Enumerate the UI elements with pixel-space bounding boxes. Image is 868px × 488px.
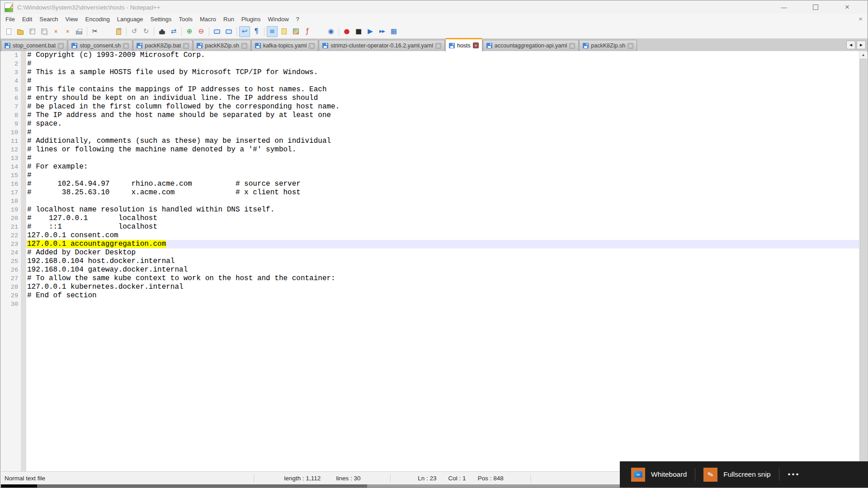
code-line[interactable]: #: [26, 128, 859, 137]
tab-accountaggregation-api.yaml[interactable]: accountaggregation-api.yaml×: [483, 40, 579, 51]
tab-kafka-topics.yaml[interactable]: kafka-topics.yaml×: [251, 40, 319, 51]
code-line[interactable]: 127.0.0.1 accountaggregation.com: [26, 240, 859, 249]
show-indent-guide-button[interactable]: ≡: [267, 26, 278, 37]
code-line[interactable]: 127.0.0.1 consent.com: [26, 231, 859, 240]
tab-close-icon[interactable]: ×: [123, 43, 129, 49]
menu-item-edit[interactable]: Edit: [19, 15, 36, 23]
code-line[interactable]: #: [26, 171, 859, 180]
tab-stop_consent.bat[interactable]: stop_consent.bat×: [1, 40, 67, 51]
macro-playback-button[interactable]: ▶: [365, 26, 376, 37]
editor-row[interactable]: 3# This is a sample HOSTS file used by M…: [1, 68, 859, 77]
scrollbar-thumb[interactable]: [860, 59, 867, 464]
editor-row[interactable]: 30: [1, 300, 859, 309]
code-line[interactable]: # ::1 localhost: [26, 223, 859, 231]
editor-row[interactable]: 16# 102.54.94.97 rhino.acme.com # source…: [1, 180, 859, 188]
editor-row[interactable]: 13#: [1, 154, 859, 163]
editor-row[interactable]: 17# 38.25.63.10 x.acme.com # x client ho…: [1, 188, 859, 197]
tab-close-icon[interactable]: ×: [309, 43, 315, 49]
code-line[interactable]: [26, 197, 859, 206]
restore-button[interactable]: [805, 0, 826, 14]
tab-close-icon[interactable]: ×: [241, 43, 247, 49]
code-line[interactable]: # This is a sample HOSTS file used by Mi…: [26, 68, 859, 77]
code-line[interactable]: # 127.0.0.1 localhost: [26, 214, 859, 223]
code-line[interactable]: # space.: [26, 120, 859, 128]
editor-row[interactable]: 15#: [1, 171, 859, 180]
more-options-icon[interactable]: •••: [788, 470, 800, 479]
save-file-button[interactable]: [27, 26, 38, 37]
paste-button[interactable]: [113, 26, 124, 37]
code-line[interactable]: # be placed in the first column followed…: [26, 103, 859, 111]
editor-row[interactable]: 19# localhost name resolution is handled…: [1, 206, 859, 214]
tab-stop_consent.sh[interactable]: stop_consent.sh×: [68, 40, 132, 51]
tab-close-icon[interactable]: ×: [435, 43, 441, 49]
code-line[interactable]: #: [26, 60, 859, 68]
document-map-button[interactable]: [290, 26, 301, 37]
tab-packK8Zip.bat[interactable]: packK8Zip.bat×: [133, 40, 193, 51]
menu-item-[interactable]: ?: [292, 15, 303, 23]
editor-row[interactable]: 25192.168.0.104 host.docker.internal: [1, 257, 859, 266]
menu-item-settings[interactable]: Settings: [147, 15, 175, 23]
code-line[interactable]: # Added by Docker Desktop: [26, 249, 859, 257]
tab-packK8Zip.sh[interactable]: packK8Zip.sh×: [193, 40, 251, 51]
editor-row[interactable]: 9# space.: [1, 120, 859, 128]
open-file-button[interactable]: [15, 26, 26, 37]
code-line[interactable]: # This file contains the mappings of IP …: [26, 85, 859, 94]
code-line[interactable]: # The IP address and the host name shoul…: [26, 111, 859, 120]
redo-button[interactable]: ↻: [141, 26, 151, 37]
menu-item-plugins[interactable]: Plugins: [238, 15, 264, 23]
tab-close-icon[interactable]: ×: [58, 43, 64, 49]
code-line[interactable]: 192.168.0.104 gateway.docker.internal: [26, 266, 859, 274]
menu-item-window[interactable]: Window: [264, 15, 292, 23]
document-monitoring-button[interactable]: ◉: [326, 26, 336, 37]
code-line[interactable]: #: [26, 154, 859, 163]
tab-scroll-right-button[interactable]: ▶: [857, 41, 866, 49]
code-line[interactable]: # entry should be kept on an individual …: [26, 94, 859, 103]
code-line[interactable]: # End of section: [26, 291, 859, 300]
function-list-button[interactable]: ƒ: [302, 26, 313, 37]
code-line[interactable]: 127.0.0.1 kubernetes.docker.internal: [26, 283, 859, 291]
editor-row[interactable]: 23127.0.0.1 accountaggregation.com: [1, 240, 859, 249]
tab-close-icon[interactable]: ×: [627, 43, 633, 49]
word-wrap-button[interactable]: ↩: [239, 26, 250, 37]
show-all-characters-button[interactable]: ¶: [251, 26, 262, 37]
editor-row[interactable]: 7# be placed in the first column followe…: [1, 103, 859, 111]
menu-item-tools[interactable]: Tools: [175, 15, 196, 23]
code-line[interactable]: #: [26, 77, 859, 85]
copy-button[interactable]: [101, 26, 112, 37]
print-button[interactable]: [74, 26, 85, 37]
editor-row[interactable]: 24# Added by Docker Desktop: [1, 249, 859, 257]
macro-run-multiple-button[interactable]: ▶▶: [377, 26, 387, 37]
editor-row[interactable]: 5# This file contains the mappings of IP…: [1, 85, 859, 94]
replace-button[interactable]: ⇄: [168, 26, 179, 37]
cut-button[interactable]: ✂: [90, 26, 100, 37]
editor-row[interactable]: 20# 127.0.0.1 localhost: [1, 214, 859, 223]
close-document-button[interactable]: ×: [859, 15, 863, 23]
code-line[interactable]: [26, 300, 859, 309]
zoom-out-button[interactable]: ⊖: [196, 26, 207, 37]
tab-strimzi-cluster-operator-0.16.2.yaml.yaml[interactable]: strimzi-cluster-operator-0.16.2.yaml.yam…: [319, 40, 444, 51]
editor-row[interactable]: 14# For example:: [1, 163, 859, 171]
editor-row[interactable]: 6# entry should be kept on an individual…: [1, 94, 859, 103]
new-file-button[interactable]: [3, 26, 14, 37]
editor-row[interactable]: 28127.0.0.1 kubernetes.docker.internal: [1, 283, 859, 291]
scroll-up-arrow-icon[interactable]: ▲: [859, 51, 867, 59]
code-line[interactable]: # Copyright (c) 1993-2009 Microsoft Corp…: [26, 51, 859, 60]
tab-close-icon[interactable]: ×: [183, 43, 189, 49]
editor-row[interactable]: 22127.0.0.1 consent.com: [1, 231, 859, 240]
close-all-files-button[interactable]: [62, 26, 73, 37]
editor-row[interactable]: 4#: [1, 77, 859, 85]
editor-row[interactable]: 27# To allow the same kube context to wo…: [1, 274, 859, 283]
code-line[interactable]: # 38.25.63.10 x.acme.com # x client host: [26, 188, 859, 197]
close-file-button[interactable]: [50, 26, 61, 37]
editor-row[interactable]: 2#: [1, 60, 859, 68]
tab-close-icon[interactable]: ×: [473, 42, 479, 48]
folder-as-workspace-button[interactable]: [314, 26, 325, 37]
tab-hosts[interactable]: hosts×: [445, 38, 482, 52]
tab-scroll-left-button[interactable]: ◀: [846, 41, 855, 49]
code-line[interactable]: # 102.54.94.97 rhino.acme.com # source s…: [26, 180, 859, 188]
fullscreen-snip-button[interactable]: Fullscreen snip: [698, 461, 776, 488]
menu-item-macro[interactable]: Macro: [196, 15, 220, 23]
menu-item-encoding[interactable]: Encoding: [82, 15, 113, 23]
sync-vertical-scrolling-button[interactable]: [212, 26, 222, 37]
editor-row[interactable]: 18: [1, 197, 859, 206]
